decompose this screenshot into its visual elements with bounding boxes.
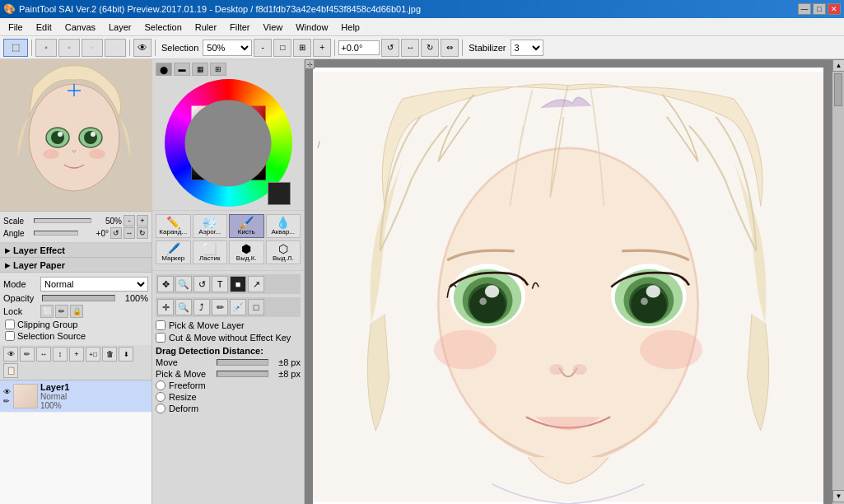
resize-radio[interactable] [156, 392, 166, 402]
color-wheel-container[interactable] [165, 79, 292, 207]
minimize-button[interactable]: — [798, 3, 811, 15]
tool-brush[interactable]: 🖌️ Кисть [229, 214, 264, 238]
close-button[interactable]: ✕ [828, 3, 841, 15]
canvas-area[interactable]: ⊹ [305, 59, 844, 504]
menu-window[interactable]: Window [289, 21, 334, 34]
menu-file[interactable]: File [2, 21, 30, 34]
menu-edit[interactable]: Edit [30, 21, 58, 34]
scroll-right-thumb[interactable] [834, 73, 842, 106]
menu-ruler[interactable]: Ruler [189, 21, 223, 34]
toolbar-rotate-ccw[interactable]: ↺ [381, 39, 399, 57]
angle-reset[interactable]: ↔ [124, 227, 135, 239]
mode-select[interactable]: Normal Multiply Screen Overlay [40, 277, 148, 292]
menu-selection[interactable]: Selection [138, 21, 189, 34]
layer-item-0[interactable]: 👁 ✏ Layer1 Normal 100% [0, 380, 152, 413]
canvas-corner-btn[interactable]: ⊹ [305, 59, 315, 69]
maximize-button[interactable]: □ [813, 3, 826, 15]
scale-minus[interactable]: - [124, 215, 135, 226]
move-slider[interactable] [217, 359, 268, 366]
opacity-slider[interactable] [42, 295, 115, 301]
scale-plus[interactable]: + [137, 215, 148, 226]
tool-airbrush[interactable]: 💨 Аэрог... [193, 214, 228, 238]
layer-btn-add-group[interactable]: +□ [86, 347, 100, 362]
angle-ccw[interactable]: ↺ [110, 227, 122, 239]
toolbar-selection-select[interactable]: 50% 25% 75% 100% [203, 40, 252, 56]
deform-radio[interactable] [156, 404, 166, 413]
transform-cross[interactable]: ✛ [157, 299, 174, 315]
toolbar-rotation-input[interactable] [338, 40, 380, 55]
toolbar-opacity-0[interactable]: ▪ [35, 39, 57, 57]
pick-move-slider[interactable] [217, 371, 268, 377]
toolbar-rotate-cw[interactable]: ↻ [421, 39, 439, 57]
layer-btn-eye[interactable]: 👁 [3, 347, 18, 362]
layer-visible-icon[interactable]: 👁 [3, 388, 11, 396]
pick-move-checkbox[interactable] [156, 320, 166, 330]
color-wheel-inner[interactable] [185, 100, 272, 186]
layer-btn-add[interactable]: + [69, 347, 84, 362]
canvas-image[interactable]: / [313, 68, 823, 504]
menu-help[interactable]: Help [334, 21, 366, 34]
transform-pencil2[interactable]: ✏ [212, 299, 228, 315]
layer-pen-icon[interactable]: ✏ [3, 397, 11, 405]
toolbar-stabilizer-select[interactable]: 3 1 2 5 7 [511, 40, 543, 56]
angle-slider[interactable] [34, 231, 78, 236]
transform-search[interactable]: 🔍 [175, 299, 192, 315]
toolbar-zoom-out[interactable]: - [254, 39, 272, 57]
lock-pixel[interactable]: ✏ [55, 305, 68, 318]
tool-select-fill[interactable]: ⬡ Выд.Л. [266, 240, 301, 264]
transform-blank[interactable]: □ [248, 299, 264, 315]
layer-paper-header[interactable]: ▶ Layer Paper [0, 258, 152, 273]
color-tab-wheel[interactable]: ⬤ [156, 63, 172, 76]
titlebar-controls[interactable]: — □ ✕ [798, 3, 841, 15]
layer-btn-pen[interactable]: ✏ [20, 347, 35, 362]
toolbar-zoom-in[interactable]: + [313, 39, 331, 57]
layer-btn-merge[interactable]: ⬇ [119, 347, 133, 362]
layer-btn-delete[interactable]: 🗑 [102, 347, 117, 362]
tool-pencil[interactable]: ✏️ Каранд... [156, 214, 191, 238]
canvas-scrollbar-right[interactable]: ▲ ▼ [832, 59, 844, 504]
tool-eraser[interactable]: ⬜ Ластик [193, 240, 228, 264]
toolbar-selection-tool[interactable]: ⬚ [3, 39, 28, 57]
toolbar-opacity-50[interactable]: ▪ [82, 39, 103, 57]
transform-rotate[interactable]: ↺ [194, 276, 210, 292]
freeform-radio[interactable] [156, 380, 166, 390]
transform-swatch[interactable]: ■ [230, 276, 246, 292]
scroll-right-up[interactable]: ▲ [832, 59, 844, 72]
transform-text[interactable]: T [212, 276, 228, 292]
scroll-right-down[interactable]: ▼ [832, 490, 844, 502]
menu-layer[interactable]: Layer [102, 21, 138, 34]
layer-effect-header[interactable]: ▶ Layer Effect [0, 243, 152, 258]
layer-btn-rotate[interactable]: ↕ [53, 347, 68, 362]
clipping-group-checkbox[interactable] [5, 320, 15, 329]
color-tab-swatches[interactable]: ▦ [192, 63, 208, 76]
toolbar-show-btn[interactable]: 👁 [133, 39, 152, 57]
layer-btn-move[interactable]: ↔ [36, 347, 51, 362]
transform-lasso[interactable]: ⤴ [194, 299, 210, 315]
color-gradient-square[interactable] [191, 106, 265, 180]
toolbar-opacity-25[interactable]: ▪ [58, 39, 80, 57]
color-tab-palette[interactable]: ⊞ [210, 63, 226, 76]
toolbar-zoom-fit[interactable]: ⊞ [293, 39, 311, 57]
transform-pick[interactable]: 💉 [230, 299, 246, 315]
transform-zoom[interactable]: 🔍 [175, 276, 192, 292]
layer-btn-copy[interactable]: 📋 [3, 363, 18, 378]
selection-source-checkbox[interactable] [5, 331, 15, 341]
lock-position[interactable]: 🔒 [70, 305, 83, 318]
menu-view[interactable]: View [257, 21, 290, 34]
color-tab-sliders[interactable]: ▬ [174, 63, 190, 76]
toolbar-flip[interactable]: ⇔ [441, 39, 459, 57]
cut-move-checkbox[interactable] [156, 333, 166, 343]
toolbar-zoom-100[interactable]: □ [273, 39, 291, 57]
lock-transparency[interactable]: ⬜ [40, 305, 54, 318]
tool-watercolor[interactable]: 💧 Аквар... [266, 214, 301, 238]
menu-canvas[interactable]: Canvas [58, 21, 102, 34]
toolbar-opacity-75[interactable]: ▪ [105, 39, 126, 57]
toolbar-rotate-reset[interactable]: ↔ [401, 39, 419, 57]
transform-arrow[interactable]: ↗ [248, 276, 264, 292]
color-selector-dot[interactable] [232, 133, 239, 139]
transform-move[interactable]: ✥ [157, 276, 174, 292]
color-swatch[interactable] [268, 182, 291, 205]
angle-cw[interactable]: ↻ [137, 227, 148, 239]
scale-slider[interactable] [34, 218, 91, 223]
tool-marker[interactable]: 🖊️ Маркер [156, 240, 191, 264]
